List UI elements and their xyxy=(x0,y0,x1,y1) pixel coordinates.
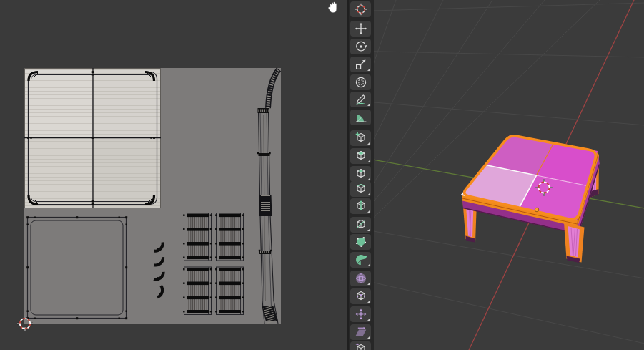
hand-cursor-icon xyxy=(325,0,341,16)
poly-build-tool-button[interactable] xyxy=(350,234,371,250)
measure-icon xyxy=(355,111,367,124)
edge-slide-tool-button[interactable] xyxy=(350,288,371,304)
transform-icon xyxy=(355,76,367,89)
rotate-icon xyxy=(355,40,367,53)
cursor-tool-button[interactable] xyxy=(350,1,371,17)
spin-icon xyxy=(355,253,367,266)
rip-region-tool-button[interactable] xyxy=(350,341,371,350)
knife-tool-button[interactable] xyxy=(350,217,371,233)
move-tool-button[interactable] xyxy=(350,21,371,37)
shear-tool-button[interactable] xyxy=(350,324,371,340)
subtool-corner-indicator xyxy=(367,301,370,303)
smooth-icon xyxy=(355,272,367,285)
measure-tool-button[interactable] xyxy=(350,110,371,125)
extrude-region-icon xyxy=(355,150,367,162)
scale-icon xyxy=(355,58,367,71)
annotate-icon xyxy=(355,93,367,106)
table-leg-front[interactable] xyxy=(564,223,585,263)
subtool-corner-indicator xyxy=(367,69,370,71)
transform-tool-button[interactable] xyxy=(350,74,371,90)
spin-tool-button[interactable] xyxy=(350,252,371,268)
shrink-fatten-tool-button[interactable] xyxy=(350,306,371,322)
subtool-corner-indicator xyxy=(367,178,370,180)
subtool-corner-indicator xyxy=(367,193,370,195)
shrink-fatten-icon xyxy=(355,308,367,321)
subtool-corner-indicator xyxy=(367,210,370,213)
subtool-corner-indicator xyxy=(367,336,370,339)
rip-region-icon xyxy=(355,343,367,350)
inset-faces-tool-button[interactable] xyxy=(350,166,371,182)
bevel-icon xyxy=(355,183,367,195)
blender-workspace xyxy=(0,0,644,350)
object-origin-dot xyxy=(535,208,539,212)
inset-faces-icon xyxy=(355,167,367,180)
knife-icon xyxy=(355,218,367,231)
uv-editor-panel[interactable] xyxy=(0,0,347,350)
poly-build-icon xyxy=(355,235,367,248)
shear-icon xyxy=(355,326,367,339)
subtool-corner-indicator xyxy=(367,104,370,106)
subtool-corner-indicator xyxy=(367,160,370,162)
bevel-tool-button[interactable] xyxy=(350,181,371,197)
subtool-corner-indicator xyxy=(367,229,370,231)
uv-canvas[interactable] xyxy=(0,0,347,350)
scale-tool-button[interactable] xyxy=(350,57,371,72)
subtool-corner-indicator xyxy=(367,283,370,285)
smooth-tool-button[interactable] xyxy=(350,271,371,286)
extrude-region-tool-button[interactable] xyxy=(350,148,371,164)
annotate-tool-button[interactable] xyxy=(350,92,371,107)
subtool-corner-indicator xyxy=(367,319,370,321)
loop-cut-tool-button[interactable] xyxy=(350,198,371,214)
add-cube-icon xyxy=(355,132,367,145)
viewport-3d-panel[interactable] xyxy=(349,0,644,350)
edge-slide-icon xyxy=(355,290,367,303)
table-object[interactable] xyxy=(462,135,600,263)
add-cube-tool-button[interactable] xyxy=(350,130,371,146)
viewport-toolbar[interactable] xyxy=(349,0,374,350)
viewport-canvas[interactable] xyxy=(349,0,644,350)
subtool-corner-indicator xyxy=(367,264,370,266)
cursor-icon xyxy=(355,3,367,16)
rotate-tool-button[interactable] xyxy=(350,39,371,54)
move-icon xyxy=(355,22,367,35)
loop-cut-icon xyxy=(355,200,367,213)
tabletop-uv-island[interactable] xyxy=(24,68,161,208)
subtool-corner-indicator xyxy=(367,142,370,145)
